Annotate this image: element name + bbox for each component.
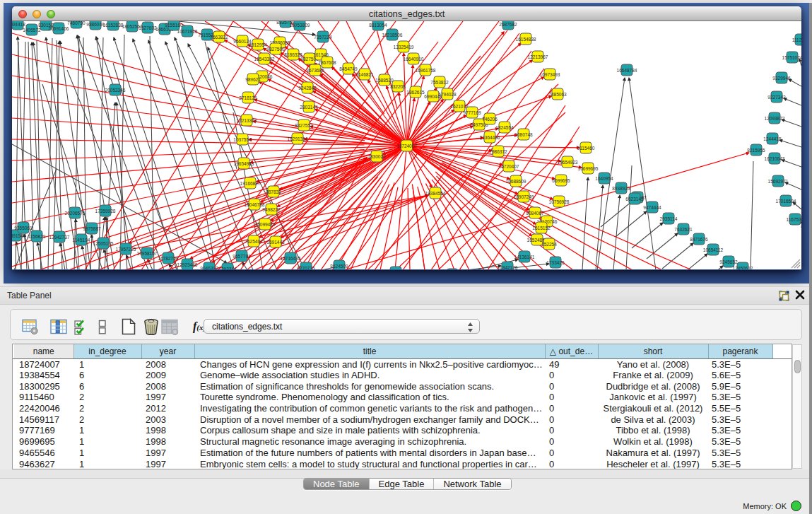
svg-text:1621072: 1621072 xyxy=(450,104,469,109)
svg-text:18724007: 18724007 xyxy=(396,144,417,148)
svg-text:16782759: 16782759 xyxy=(158,256,179,261)
svg-text:19384554: 19384554 xyxy=(425,191,446,196)
svg-text:19654923: 19654923 xyxy=(558,160,578,165)
svg-text:19166827: 19166827 xyxy=(240,181,261,186)
svg-text:9146821: 9146821 xyxy=(355,72,374,77)
svg-text:18907249: 18907249 xyxy=(514,194,534,199)
svg-text:6699695: 6699695 xyxy=(552,178,570,183)
svg-text:1733426: 1733426 xyxy=(546,260,565,265)
svg-text:16291314: 16291314 xyxy=(288,136,308,141)
svg-text:7663822: 7663822 xyxy=(210,35,228,40)
svg-text:10671916: 10671916 xyxy=(177,29,198,34)
svg-text:16053809: 16053809 xyxy=(290,23,310,28)
svg-text:1824554: 1824554 xyxy=(495,125,514,130)
svg-text:989621: 989621 xyxy=(245,77,261,82)
svg-text:7553812: 7553812 xyxy=(430,80,449,85)
svg-text:16154838: 16154838 xyxy=(516,37,536,42)
svg-text:15692971: 15692971 xyxy=(768,179,789,184)
svg-text:1527602: 1527602 xyxy=(139,25,157,30)
svg-text:9474444: 9474444 xyxy=(643,205,661,210)
svg-text:1156829: 1156829 xyxy=(28,234,46,239)
svg-text:7460790: 7460790 xyxy=(67,21,86,25)
svg-text:16648784: 16648784 xyxy=(617,68,637,73)
svg-text:12942737: 12942737 xyxy=(49,235,70,240)
svg-text:9046392: 9046392 xyxy=(200,266,218,270)
svg-text:7357224: 7357224 xyxy=(314,35,332,40)
svg-text:17359928: 17359928 xyxy=(95,209,116,214)
svg-text:9227343: 9227343 xyxy=(767,95,786,100)
svg-text:8912954: 8912954 xyxy=(249,42,267,47)
svg-text:887833: 887833 xyxy=(266,189,281,194)
svg-text:9355061: 9355061 xyxy=(14,226,33,230)
svg-text:1167533: 1167533 xyxy=(787,217,801,222)
svg-text:1691443: 1691443 xyxy=(266,240,285,245)
svg-text:16543382: 16543382 xyxy=(254,57,275,62)
svg-text:2803144: 2803144 xyxy=(300,105,318,110)
svg-text:9975887: 9975887 xyxy=(83,226,101,231)
svg-text:939154: 939154 xyxy=(12,233,23,238)
svg-text:1405572: 1405572 xyxy=(23,28,41,33)
svg-text:8186328: 8186328 xyxy=(284,52,302,57)
svg-text:15716485: 15716485 xyxy=(281,256,301,261)
svg-text:1615152: 1615152 xyxy=(532,226,551,230)
svg-text:252254: 252254 xyxy=(541,242,557,247)
svg-text:12505135: 12505135 xyxy=(93,241,114,246)
svg-text:7632621: 7632621 xyxy=(674,227,693,232)
svg-text:12450612: 12450612 xyxy=(733,266,753,270)
svg-text:19218506: 19218506 xyxy=(382,33,403,37)
svg-text:8938923: 8938923 xyxy=(612,186,630,191)
svg-text:13325419: 13325419 xyxy=(394,45,414,49)
svg-text:9242848: 9242848 xyxy=(298,86,317,90)
svg-text:10958107: 10958107 xyxy=(137,251,158,256)
svg-text:15751074: 15751074 xyxy=(782,55,801,60)
svg-text:9827500: 9827500 xyxy=(266,47,285,52)
svg-text:9498222: 9498222 xyxy=(262,207,281,212)
svg-text:10688609: 10688609 xyxy=(506,179,526,184)
svg-text:9270735: 9270735 xyxy=(297,266,315,270)
svg-text:8215955: 8215955 xyxy=(747,148,765,153)
svg-text:7485063: 7485063 xyxy=(548,92,567,97)
svg-text:20691406: 20691406 xyxy=(49,26,69,31)
svg-text:9155160: 9155160 xyxy=(165,23,183,28)
svg-text:10654112: 10654112 xyxy=(703,247,724,252)
svg-text:8427552: 8427552 xyxy=(295,123,313,128)
svg-text:16961758: 16961758 xyxy=(416,68,436,73)
svg-text:3673685: 3673685 xyxy=(306,68,324,73)
svg-text:17016504: 17016504 xyxy=(776,199,796,204)
svg-text:12213363: 12213363 xyxy=(237,118,257,123)
svg-text:12093872: 12093872 xyxy=(765,116,785,121)
svg-text:2687682: 2687682 xyxy=(499,22,517,27)
svg-text:1244415: 1244415 xyxy=(763,136,782,141)
svg-text:9886049: 9886049 xyxy=(86,22,105,27)
svg-text:9777169: 9777169 xyxy=(463,110,481,115)
svg-text:1588520: 1588520 xyxy=(375,78,394,83)
svg-text:1080748: 1080748 xyxy=(514,132,533,137)
svg-text:9245652: 9245652 xyxy=(719,259,738,264)
svg-text:904418: 904418 xyxy=(12,22,25,27)
svg-text:2935114: 2935114 xyxy=(660,216,678,221)
svg-text:16210643: 16210643 xyxy=(765,156,785,161)
svg-text:2867608: 2867608 xyxy=(318,60,336,65)
svg-text:9084067: 9084067 xyxy=(526,211,544,216)
svg-text:161546: 161546 xyxy=(313,52,329,57)
svg-text:1640954: 1640954 xyxy=(595,176,613,181)
svg-text:20206576: 20206576 xyxy=(65,211,86,216)
svg-text:1362615: 1362615 xyxy=(406,90,425,95)
svg-text:8471676: 8471676 xyxy=(690,237,708,242)
svg-text:16152838: 16152838 xyxy=(103,23,124,28)
svg-text:10342176: 10342176 xyxy=(498,265,518,270)
svg-text:21364436: 21364436 xyxy=(480,135,500,140)
svg-text:10046788: 10046788 xyxy=(245,202,265,207)
svg-text:1830022: 1830022 xyxy=(367,154,386,159)
svg-text:6623145: 6623145 xyxy=(625,197,644,201)
svg-text:16640910: 16640910 xyxy=(404,57,424,62)
svg-text:6794028: 6794028 xyxy=(438,92,457,97)
svg-text:7986372: 7986372 xyxy=(489,149,507,154)
svg-text:1145194: 1145194 xyxy=(73,238,90,243)
svg-text:12923446: 12923446 xyxy=(177,262,198,267)
svg-text:17957225: 17957225 xyxy=(116,247,136,252)
svg-text:16099489: 16099489 xyxy=(255,222,276,227)
svg-text:14136141: 14136141 xyxy=(514,255,535,259)
svg-text:20053346: 20053346 xyxy=(105,88,126,93)
svg-text:9329946: 9329946 xyxy=(772,76,791,81)
